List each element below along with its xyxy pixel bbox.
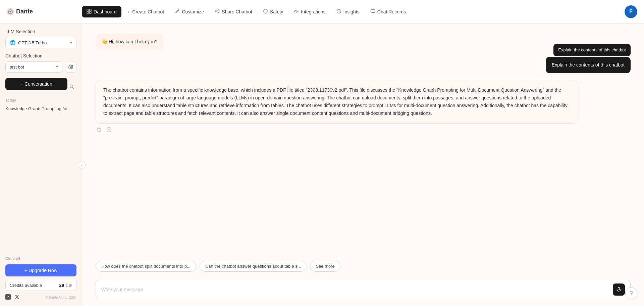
user-message-tooltip: Explain the contents of this chatbot — [553, 44, 631, 56]
user-bubble: Explain the contents of this chatbot Exp… — [546, 57, 631, 73]
nav-share[interactable]: Share Chatbot — [210, 6, 257, 17]
svg-rect-1 — [87, 9, 89, 11]
insights-icon — [336, 9, 341, 15]
nav-dashboard-label: Dashboard — [94, 9, 117, 14]
today-label: Today — [5, 98, 76, 103]
nav-customize-label: Customize — [182, 9, 204, 14]
nav-customize[interactable]: Customize — [170, 6, 209, 17]
nav-safety[interactable]: Safety — [258, 6, 288, 17]
sidebar-collapse-button[interactable]: ‹ — [78, 161, 86, 169]
social-row: © Dante AI Inc. 2024 — [5, 294, 76, 301]
chat-area: 👋 Hi, how can I help you? Explain the co… — [82, 24, 644, 306]
top-nav: Dante Dashboard + Create Chatbot Customi… — [0, 0, 644, 24]
suggestion-chip-1[interactable]: How does the chatbot split documents int… — [96, 261, 196, 272]
svg-point-7 — [218, 12, 219, 13]
llm-model-label: GPT-3.5 Turbo — [18, 40, 47, 45]
ai-response-text: The chatbot contains information from a … — [103, 87, 568, 116]
search-button[interactable] — [67, 81, 76, 92]
suggestion-chip-2[interactable]: Can the chatbot answer questions about t… — [200, 261, 307, 272]
nav-create-chatbot[interactable]: + Create Chatbot — [123, 6, 169, 17]
suggestions-row: How does the chatbot split documents int… — [82, 257, 644, 276]
greeting-text: Hi, how can I help you? — [109, 39, 158, 44]
svg-rect-16 — [618, 288, 620, 290]
nav-safety-label: Safety — [270, 9, 283, 14]
llm-dropdown[interactable]: 🌐 GPT-3.5 Turbo ▾ — [5, 37, 76, 48]
llm-selection-label: LLM Selection — [5, 29, 76, 34]
credits-info-icon[interactable]: ℹ — [66, 283, 68, 288]
gear-button[interactable] — [65, 61, 76, 73]
user-message: Explain the contents of this chatbot Exp… — [546, 57, 631, 73]
history-item[interactable]: Knowledge Graph Prompting for Multi-D — [5, 105, 76, 113]
mic-button[interactable] — [613, 283, 625, 296]
nav-share-label: Share Chatbot — [222, 9, 252, 14]
llm-chevron-icon: ▾ — [70, 40, 72, 45]
credits-add-icon[interactable]: ⊕ — [68, 283, 72, 288]
nav-insights-label: Insights — [343, 9, 360, 14]
svg-rect-14 — [98, 129, 101, 131]
integrations-icon — [294, 9, 299, 15]
message-actions — [96, 126, 577, 134]
globe-icon: 🌐 — [10, 40, 15, 45]
nav-dashboard[interactable]: Dashboard — [82, 6, 121, 17]
chat-records-icon — [370, 9, 375, 15]
nav-integrations[interactable]: Integrations — [289, 6, 330, 17]
clear-all-button[interactable]: Clear all — [5, 256, 76, 261]
nav-chat-records-label: Chat Records — [377, 9, 406, 14]
app-name: Dante — [16, 8, 33, 15]
twitter-icon[interactable] — [14, 294, 19, 301]
ai-response-container: The chatbot contains information from a … — [96, 80, 577, 134]
copyright-text: © Dante AI Inc. 2024 — [46, 296, 76, 299]
nav-chat-records[interactable]: Chat Records — [366, 6, 411, 17]
ai-response-bubble: The chatbot contains information from a … — [96, 80, 577, 124]
bot-greeting-message: 👋 Hi, how can I help you? — [96, 34, 163, 50]
svg-rect-11 — [371, 9, 375, 12]
chatbot-dropdown[interactable]: test bot ▾ — [5, 61, 62, 73]
logo: Dante — [7, 8, 74, 15]
customize-icon — [175, 9, 180, 15]
copy-button[interactable] — [96, 126, 102, 134]
chatbot-chevron-icon: ▾ — [56, 64, 58, 69]
sidebar: LLM Selection 🌐 GPT-3.5 Turbo ▾ Chatbot … — [0, 24, 82, 306]
nav-create-label: Create Chatbot — [132, 9, 164, 14]
share-icon — [215, 9, 220, 15]
input-area — [82, 276, 644, 306]
credits-row: Credits available 29 ℹ ⊕ — [5, 280, 76, 291]
svg-point-9 — [298, 11, 298, 11]
chat-messages: 👋 Hi, how can I help you? Explain the co… — [82, 24, 644, 257]
svg-rect-3 — [87, 11, 89, 13]
conversation-btn-label: + Conversation — [20, 81, 52, 87]
new-conversation-button[interactable]: + Conversation — [5, 78, 67, 90]
svg-point-8 — [294, 11, 295, 11]
logo-icon — [7, 8, 14, 15]
play-button[interactable] — [106, 126, 112, 134]
svg-rect-2 — [90, 9, 92, 11]
dashboard-icon — [87, 9, 92, 15]
help-button[interactable]: ? — [625, 287, 637, 299]
input-box — [96, 280, 631, 299]
nav-insights[interactable]: Insights — [332, 6, 364, 17]
linkedin-icon[interactable] — [5, 294, 11, 301]
svg-point-6 — [215, 11, 216, 12]
user-message-text: Explain the contents of this chatbot — [552, 62, 625, 68]
greeting-emoji: 👋 — [102, 39, 107, 44]
credits-label: Credits available — [10, 283, 42, 288]
upgrade-button[interactable]: + Upgrade Now — [5, 264, 76, 276]
nav-integrations-label: Integrations — [301, 9, 325, 14]
credits-count: 29 — [59, 283, 64, 288]
user-avatar[interactable]: F — [625, 5, 637, 18]
chatbot-name-label: test bot — [10, 64, 24, 70]
svg-rect-4 — [90, 11, 92, 13]
safety-icon — [263, 9, 268, 15]
bot-greeting-bubble: 👋 Hi, how can I help you? — [96, 34, 163, 50]
create-icon: + — [127, 9, 130, 14]
svg-point-5 — [218, 9, 219, 10]
message-input[interactable] — [101, 287, 609, 292]
see-more-button[interactable]: See more — [310, 261, 340, 272]
chatbot-selection-label: Chatbot Selection — [5, 53, 76, 58]
